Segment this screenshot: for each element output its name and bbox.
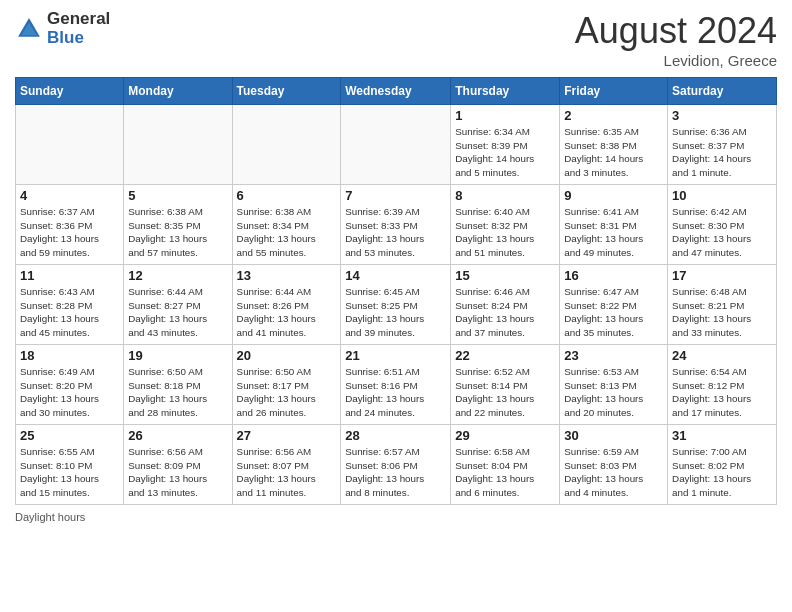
calendar-cell: 25Sunrise: 6:55 AM Sunset: 8:10 PM Dayli… [16, 425, 124, 505]
day-number: 23 [564, 348, 663, 363]
day-number: 7 [345, 188, 446, 203]
day-number: 4 [20, 188, 119, 203]
calendar-cell: 15Sunrise: 6:46 AM Sunset: 8:24 PM Dayli… [451, 265, 560, 345]
day-number: 10 [672, 188, 772, 203]
day-info: Sunrise: 6:34 AM Sunset: 8:39 PM Dayligh… [455, 125, 555, 180]
calendar-cell: 7Sunrise: 6:39 AM Sunset: 8:33 PM Daylig… [341, 185, 451, 265]
calendar-cell: 28Sunrise: 6:57 AM Sunset: 8:06 PM Dayli… [341, 425, 451, 505]
calendar-cell: 5Sunrise: 6:38 AM Sunset: 8:35 PM Daylig… [124, 185, 232, 265]
day-number: 2 [564, 108, 663, 123]
calendar-cell [124, 105, 232, 185]
day-number: 6 [237, 188, 337, 203]
day-info: Sunrise: 6:55 AM Sunset: 8:10 PM Dayligh… [20, 445, 119, 500]
calendar-cell: 27Sunrise: 6:56 AM Sunset: 8:07 PM Dayli… [232, 425, 341, 505]
calendar-cell: 8Sunrise: 6:40 AM Sunset: 8:32 PM Daylig… [451, 185, 560, 265]
day-number: 20 [237, 348, 337, 363]
day-info: Sunrise: 6:43 AM Sunset: 8:28 PM Dayligh… [20, 285, 119, 340]
day-info: Sunrise: 6:57 AM Sunset: 8:06 PM Dayligh… [345, 445, 446, 500]
day-info: Sunrise: 6:36 AM Sunset: 8:37 PM Dayligh… [672, 125, 772, 180]
day-info: Sunrise: 6:56 AM Sunset: 8:07 PM Dayligh… [237, 445, 337, 500]
day-info: Sunrise: 6:46 AM Sunset: 8:24 PM Dayligh… [455, 285, 555, 340]
day-number: 26 [128, 428, 227, 443]
calendar-cell: 10Sunrise: 6:42 AM Sunset: 8:30 PM Dayli… [668, 185, 777, 265]
day-info: Sunrise: 6:51 AM Sunset: 8:16 PM Dayligh… [345, 365, 446, 420]
day-info: Sunrise: 6:38 AM Sunset: 8:34 PM Dayligh… [237, 205, 337, 260]
calendar-cell: 12Sunrise: 6:44 AM Sunset: 8:27 PM Dayli… [124, 265, 232, 345]
day-header-tuesday: Tuesday [232, 78, 341, 105]
calendar-cell: 18Sunrise: 6:49 AM Sunset: 8:20 PM Dayli… [16, 345, 124, 425]
day-info: Sunrise: 6:38 AM Sunset: 8:35 PM Dayligh… [128, 205, 227, 260]
day-number: 27 [237, 428, 337, 443]
day-header-friday: Friday [560, 78, 668, 105]
day-info: Sunrise: 6:41 AM Sunset: 8:31 PM Dayligh… [564, 205, 663, 260]
day-info: Sunrise: 6:58 AM Sunset: 8:04 PM Dayligh… [455, 445, 555, 500]
day-number: 14 [345, 268, 446, 283]
day-number: 31 [672, 428, 772, 443]
calendar-cell: 1Sunrise: 6:34 AM Sunset: 8:39 PM Daylig… [451, 105, 560, 185]
calendar-cell: 21Sunrise: 6:51 AM Sunset: 8:16 PM Dayli… [341, 345, 451, 425]
day-header-thursday: Thursday [451, 78, 560, 105]
day-number: 29 [455, 428, 555, 443]
calendar-cell: 23Sunrise: 6:53 AM Sunset: 8:13 PM Dayli… [560, 345, 668, 425]
day-info: Sunrise: 6:50 AM Sunset: 8:18 PM Dayligh… [128, 365, 227, 420]
day-info: Sunrise: 6:37 AM Sunset: 8:36 PM Dayligh… [20, 205, 119, 260]
logo-blue-text: Blue [47, 29, 110, 48]
day-info: Sunrise: 6:53 AM Sunset: 8:13 PM Dayligh… [564, 365, 663, 420]
day-number: 15 [455, 268, 555, 283]
day-number: 21 [345, 348, 446, 363]
day-info: Sunrise: 6:50 AM Sunset: 8:17 PM Dayligh… [237, 365, 337, 420]
calendar-cell: 16Sunrise: 6:47 AM Sunset: 8:22 PM Dayli… [560, 265, 668, 345]
calendar-cell: 6Sunrise: 6:38 AM Sunset: 8:34 PM Daylig… [232, 185, 341, 265]
logo: General Blue [15, 10, 110, 47]
calendar-week-1: 1Sunrise: 6:34 AM Sunset: 8:39 PM Daylig… [16, 105, 777, 185]
day-info: Sunrise: 6:59 AM Sunset: 8:03 PM Dayligh… [564, 445, 663, 500]
calendar-cell: 13Sunrise: 6:44 AM Sunset: 8:26 PM Dayli… [232, 265, 341, 345]
calendar-cell: 24Sunrise: 6:54 AM Sunset: 8:12 PM Dayli… [668, 345, 777, 425]
day-number: 11 [20, 268, 119, 283]
calendar-cell: 31Sunrise: 7:00 AM Sunset: 8:02 PM Dayli… [668, 425, 777, 505]
calendar-cell: 29Sunrise: 6:58 AM Sunset: 8:04 PM Dayli… [451, 425, 560, 505]
day-info: Sunrise: 6:56 AM Sunset: 8:09 PM Dayligh… [128, 445, 227, 500]
day-info: Sunrise: 6:45 AM Sunset: 8:25 PM Dayligh… [345, 285, 446, 340]
day-number: 1 [455, 108, 555, 123]
calendar-week-3: 11Sunrise: 6:43 AM Sunset: 8:28 PM Dayli… [16, 265, 777, 345]
day-header-wednesday: Wednesday [341, 78, 451, 105]
calendar-cell: 20Sunrise: 6:50 AM Sunset: 8:17 PM Dayli… [232, 345, 341, 425]
day-header-monday: Monday [124, 78, 232, 105]
day-number: 25 [20, 428, 119, 443]
calendar-cell: 14Sunrise: 6:45 AM Sunset: 8:25 PM Dayli… [341, 265, 451, 345]
day-number: 5 [128, 188, 227, 203]
calendar-cell: 9Sunrise: 6:41 AM Sunset: 8:31 PM Daylig… [560, 185, 668, 265]
calendar-cell [16, 105, 124, 185]
day-info: Sunrise: 6:42 AM Sunset: 8:30 PM Dayligh… [672, 205, 772, 260]
day-number: 8 [455, 188, 555, 203]
day-info: Sunrise: 6:47 AM Sunset: 8:22 PM Dayligh… [564, 285, 663, 340]
day-number: 24 [672, 348, 772, 363]
calendar-cell: 17Sunrise: 6:48 AM Sunset: 8:21 PM Dayli… [668, 265, 777, 345]
page: General Blue August 2024 Levidion, Greec… [0, 0, 792, 612]
calendar-cell [232, 105, 341, 185]
title-block: August 2024 Levidion, Greece [575, 10, 777, 69]
day-info: Sunrise: 6:54 AM Sunset: 8:12 PM Dayligh… [672, 365, 772, 420]
day-number: 13 [237, 268, 337, 283]
day-number: 12 [128, 268, 227, 283]
logo-text: General Blue [47, 10, 110, 47]
month-year: August 2024 [575, 10, 777, 52]
calendar-week-5: 25Sunrise: 6:55 AM Sunset: 8:10 PM Dayli… [16, 425, 777, 505]
calendar-cell: 26Sunrise: 6:56 AM Sunset: 8:09 PM Dayli… [124, 425, 232, 505]
header: General Blue August 2024 Levidion, Greec… [15, 10, 777, 69]
day-number: 3 [672, 108, 772, 123]
calendar-table: SundayMondayTuesdayWednesdayThursdayFrid… [15, 77, 777, 505]
day-info: Sunrise: 6:52 AM Sunset: 8:14 PM Dayligh… [455, 365, 555, 420]
logo-icon [15, 15, 43, 43]
calendar-cell [341, 105, 451, 185]
logo-general-text: General [47, 10, 110, 29]
calendar-cell: 30Sunrise: 6:59 AM Sunset: 8:03 PM Dayli… [560, 425, 668, 505]
day-header-saturday: Saturday [668, 78, 777, 105]
day-number: 18 [20, 348, 119, 363]
calendar-cell: 4Sunrise: 6:37 AM Sunset: 8:36 PM Daylig… [16, 185, 124, 265]
calendar-cell: 3Sunrise: 6:36 AM Sunset: 8:37 PM Daylig… [668, 105, 777, 185]
day-header-sunday: Sunday [16, 78, 124, 105]
day-number: 22 [455, 348, 555, 363]
calendar-header-row: SundayMondayTuesdayWednesdayThursdayFrid… [16, 78, 777, 105]
